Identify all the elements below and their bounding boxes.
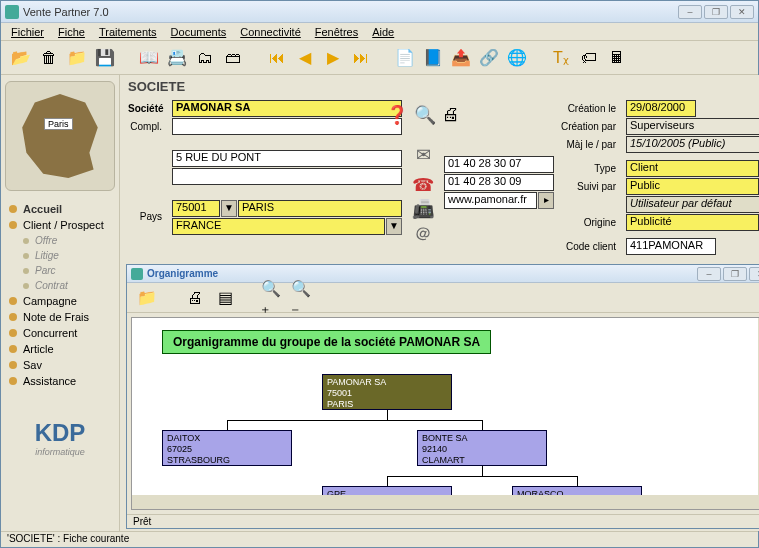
logo: KDP informatique bbox=[5, 419, 115, 457]
code-client-field[interactable]: 411PAMONAR bbox=[626, 238, 716, 255]
nav-client-prospect[interactable]: Client / Prospect bbox=[5, 217, 115, 233]
addr1-field[interactable]: 5 RUE DU PONT bbox=[172, 150, 402, 167]
first-icon[interactable]: ⏮ bbox=[265, 46, 289, 70]
nav-accueil[interactable]: Accueil bbox=[5, 201, 115, 217]
folder-icon[interactable]: 📁 bbox=[65, 46, 89, 70]
cards-icon[interactable]: 🗃 bbox=[221, 46, 245, 70]
tag-icon[interactable]: 🏷 bbox=[577, 46, 601, 70]
type-field[interactable]: Client bbox=[626, 160, 759, 177]
doc-icon[interactable]: 📘 bbox=[421, 46, 445, 70]
nav-offre[interactable]: Offre bbox=[5, 233, 115, 248]
org-print-icon[interactable]: 🖨 bbox=[183, 286, 207, 310]
mail-icon[interactable]: ✉ bbox=[416, 144, 431, 166]
org-subwindow: Organigramme – ❐ ✕ 📁 🖨 ▤ 🔍₊ 🔍₋ bbox=[126, 264, 759, 529]
tel1-field[interactable]: 01 40 28 30 07 bbox=[444, 156, 554, 173]
nav-sav[interactable]: Sav bbox=[5, 357, 115, 373]
toolbar: 📂 🗑 📁 💾 📖 📇 🗂 🗃 ⏮ ◀ ▶ ⏭ 📄 📘 📤 🔗 🌐 Tᵪ 🏷 🖩 bbox=[1, 41, 758, 75]
trash-icon[interactable]: 🗑 bbox=[37, 46, 61, 70]
sub-minimize-button[interactable]: – bbox=[697, 267, 721, 281]
globe-icon[interactable]: 🌐 bbox=[505, 46, 529, 70]
nav-campagne[interactable]: Campagne bbox=[5, 293, 115, 309]
nav-parc[interactable]: Parc bbox=[5, 263, 115, 278]
map-widget[interactable]: Paris bbox=[5, 81, 115, 191]
city-field[interactable]: PARIS bbox=[238, 200, 402, 217]
form-header: SOCIETE bbox=[120, 75, 759, 98]
societe-field[interactable]: PAMONAR SA bbox=[172, 100, 402, 117]
nav-concurrent[interactable]: Concurrent bbox=[5, 325, 115, 341]
nav-note-frais[interactable]: Note de Frais bbox=[5, 309, 115, 325]
menu-fenetres[interactable]: Fenêtres bbox=[309, 25, 364, 39]
postal-field[interactable]: 75001 bbox=[172, 200, 220, 217]
web-field[interactable]: www.pamonar.fr bbox=[444, 192, 537, 209]
book-icon[interactable]: 📖 bbox=[137, 46, 161, 70]
note-icon[interactable]: 📄 bbox=[393, 46, 417, 70]
sub-app-icon bbox=[131, 268, 143, 280]
sub-maximize-button[interactable]: ❐ bbox=[723, 267, 747, 281]
addr2-field[interactable] bbox=[172, 168, 402, 185]
tel2-field[interactable]: 01 40 28 30 09 bbox=[444, 174, 554, 191]
sub-toolbar: 📁 🖨 ▤ 🔍₊ 🔍₋ bbox=[127, 283, 759, 313]
org-node-l1b[interactable]: BONTE SA 92140 CLAMART bbox=[417, 430, 547, 466]
help-icon[interactable]: ❓ bbox=[386, 104, 408, 126]
search-icon[interactable]: 🔍 bbox=[414, 104, 436, 126]
label-pays: Pays bbox=[128, 208, 162, 226]
org-title: Organigramme du groupe de la société PAM… bbox=[162, 330, 491, 354]
maximize-button[interactable]: ❐ bbox=[704, 5, 728, 19]
card-icon[interactable]: 📇 bbox=[165, 46, 189, 70]
creation-le-field[interactable]: 29/08/2000 bbox=[626, 100, 696, 117]
save-icon[interactable]: 💾 bbox=[93, 46, 117, 70]
link-icon[interactable]: 🔗 bbox=[477, 46, 501, 70]
close-button[interactable]: ✕ bbox=[730, 5, 754, 19]
last-icon[interactable]: ⏭ bbox=[349, 46, 373, 70]
label-maj: Màj le / par bbox=[560, 136, 616, 154]
org-canvas[interactable]: Organigramme du groupe de la société PAM… bbox=[131, 317, 759, 510]
org-node-root[interactable]: PAMONAR SA 75001 PARIS bbox=[322, 374, 452, 410]
label-compl: Compl. bbox=[128, 118, 162, 136]
map-label: Paris bbox=[44, 118, 73, 130]
web-go-button[interactable]: ▸ bbox=[538, 192, 554, 209]
zoom-in-icon[interactable]: 🔍₊ bbox=[261, 286, 285, 310]
prev-icon[interactable]: ◀ bbox=[293, 46, 317, 70]
compl-field[interactable] bbox=[172, 118, 402, 135]
org-scroll-horizontal[interactable] bbox=[132, 495, 758, 509]
nav-litige[interactable]: Litige bbox=[5, 248, 115, 263]
next-icon[interactable]: ▶ bbox=[321, 46, 345, 70]
menu-fiche[interactable]: Fiche bbox=[52, 25, 91, 39]
pays-lookup-button[interactable]: ▼ bbox=[386, 218, 402, 235]
label-creation-le: Création le bbox=[560, 100, 616, 118]
map-shape bbox=[18, 94, 102, 178]
app-icon bbox=[5, 5, 19, 19]
origine-field[interactable]: Publicité bbox=[626, 214, 759, 231]
text-tool-icon[interactable]: Tᵪ bbox=[549, 46, 573, 70]
maj-field: 15/10/2005 (Public) bbox=[626, 136, 759, 153]
fax-icon[interactable]: 📠 bbox=[412, 198, 434, 220]
at-icon[interactable]: ＠ bbox=[414, 222, 432, 246]
menu-documents[interactable]: Documents bbox=[165, 25, 233, 39]
stack-icon[interactable]: 🗂 bbox=[193, 46, 217, 70]
menu-connectivite[interactable]: Connectivité bbox=[234, 25, 307, 39]
nav-assistance[interactable]: Assistance bbox=[5, 373, 115, 389]
nav-article[interactable]: Article bbox=[5, 341, 115, 357]
postal-lookup-button[interactable]: ▼ bbox=[221, 200, 237, 217]
calc-icon[interactable]: 🖩 bbox=[605, 46, 629, 70]
menu-fichier[interactable]: Fichier bbox=[5, 25, 50, 39]
export-icon[interactable]: 📤 bbox=[449, 46, 473, 70]
minimize-button[interactable]: – bbox=[678, 5, 702, 19]
phone-icon[interactable]: ☎ bbox=[412, 174, 434, 196]
sub-title: Organigramme bbox=[147, 268, 697, 279]
nav-contrat[interactable]: Contrat bbox=[5, 278, 115, 293]
org-node-l1a[interactable]: DAITOX 67025 STRASBOURG bbox=[162, 430, 292, 466]
suivi-note: Utilisateur par défaut bbox=[626, 196, 759, 213]
sidebar: Paris Accueil Client / Prospect Offre Li… bbox=[1, 75, 120, 531]
sub-titlebar: Organigramme – ❐ ✕ bbox=[127, 265, 759, 283]
suivi-field[interactable]: Public bbox=[626, 178, 759, 195]
zoom-out-icon[interactable]: 🔍₋ bbox=[291, 286, 315, 310]
label-societe: Société bbox=[128, 100, 162, 118]
org-layout-icon[interactable]: ▤ bbox=[213, 286, 237, 310]
pays-field[interactable]: FRANCE bbox=[172, 218, 385, 235]
menu-aide[interactable]: Aide bbox=[366, 25, 400, 39]
org-folder-icon[interactable]: 📁 bbox=[135, 286, 159, 310]
folder-open-icon[interactable]: 📂 bbox=[9, 46, 33, 70]
menu-traitements[interactable]: Traitements bbox=[93, 25, 163, 39]
sub-close-button[interactable]: ✕ bbox=[749, 267, 759, 281]
